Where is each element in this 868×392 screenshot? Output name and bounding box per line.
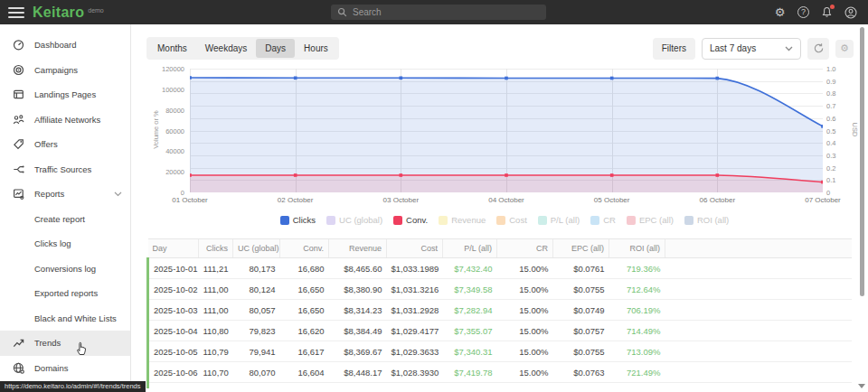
sidebar-item-traffic-sources[interactable]: Traffic Sources [0,157,130,182]
trends-icon [13,337,24,349]
account-icon[interactable] [844,5,857,19]
column-header-cr[interactable]: CR [497,239,553,258]
sidebar-item-create-report[interactable]: Create report [0,207,130,232]
cell-epc-all: $0.0755 [553,279,609,300]
notifications-bell-icon[interactable] [820,5,834,19]
legend-swatch [590,216,599,225]
legend-swatch [538,216,547,225]
x-axis-label: 01 October [154,196,226,204]
sidebar-item-clicks-log[interactable]: Clicks log [0,231,130,257]
sidebar-item-landings-pages[interactable]: Landings Pages [0,82,130,107]
search-icon [337,7,347,17]
column-header-conv[interactable]: Conv. [280,239,329,258]
chart-settings-button[interactable]: ⚙ [835,40,854,58]
legend-item-conv[interactable]: Conv. [393,215,428,225]
sidebar-item-affiliate-networks[interactable]: Affiliate Networks [0,107,130,133]
tab-weekdays[interactable]: Weekdays [196,39,257,58]
column-header-epc-all[interactable]: EPC (all) [553,239,609,258]
cell-filler [665,300,853,321]
table-row: 2025-10-01111,2180,17316,680$8,465.60$1,… [148,258,853,279]
cell-conv: 16,620 [280,321,329,341]
cell-cr: 15.00% [497,279,553,300]
sidebar-item-reports[interactable]: Reports [0,182,130,207]
cell-epc-all: $0.0755 [553,341,609,362]
cell-epc-all: $0.0755 [553,383,609,389]
sidebar-item-domains[interactable]: Domains [0,356,130,381]
column-header-revenue[interactable]: Revenue [329,239,387,258]
column-header-roi-all[interactable]: ROI (all) [609,239,665,258]
sidebar-item-dashboard[interactable]: Dashboard [0,33,130,58]
date-range-select[interactable]: Last 7 days [702,38,801,60]
legend-item-epc-all[interactable]: EPC (all) [627,215,674,225]
cell-roi-all: 713.09% [609,341,665,362]
vertical-scrollbar-thumb[interactable] [860,27,864,296]
search-box[interactable] [331,5,546,20]
x-axis-label: 05 October [576,196,648,204]
cell-uc-global: 80,124 [233,279,280,300]
filters-button[interactable]: Filters [653,38,695,60]
sidebar-item-label: Reports [34,189,64,199]
help-icon[interactable]: ? [797,5,810,19]
table-row: 2025-10-03111,0080,05716,650$8,314.23$1,… [148,300,853,321]
legend-label: EPC (all) [639,215,674,225]
legend-item-p-l-all[interactable]: P/L (all) [538,215,580,225]
left-axis-tick: 120000 [146,65,184,73]
right-axis-tick: 0.6 [826,115,850,123]
cell-conv: 16,604 [280,362,329,383]
sidebar-item-conversions-log[interactable]: Conversions log [0,257,130,282]
tab-hours[interactable]: Hours [295,39,337,58]
sidebar-item-label: Trends [34,338,61,348]
sidebar-item-black-and-white-lists[interactable]: Black and White Lists [0,306,130,331]
legend-item-cr[interactable]: CR [590,215,616,225]
right-axis-tick: 0.1 [826,176,850,184]
sidebar-item-offers[interactable]: Offers [0,132,130,157]
legend-item-revenue[interactable]: Revenue [439,215,486,225]
column-header-clicks[interactable]: Clicks [199,239,233,258]
domains-icon [13,362,24,374]
settings-icon[interactable]: ⚙ [773,5,787,19]
legend-item-cost[interactable]: Cost [496,215,527,225]
tab-days[interactable]: Days [256,39,295,58]
cell-uc-global: 80,070 [233,362,280,383]
cell-day: 2025-10-04 [148,321,199,341]
sidebar-item-campaigns[interactable]: Campaigns [0,58,130,83]
column-header-cost[interactable]: Cost [387,239,443,258]
column-header-uc-global[interactable]: UC (global) [233,239,280,258]
sidebar-item-trends[interactable]: Trends [0,331,130,356]
cell-revenue: $8,314.23 [329,300,387,321]
main-content: MonthsWeekdaysDaysHours Filters Last 7 d… [132,24,868,392]
scrollbar-down-arrow[interactable] [858,384,865,388]
hamburger-menu-icon[interactable] [8,7,24,18]
right-axis-tick: 0.4 [826,139,850,147]
column-header-day[interactable]: Day [148,239,199,258]
toolbar: MonthsWeekdaysDaysHours Filters Last 7 d… [146,37,854,60]
cell-p-l-all: $7,282.94 [443,300,497,321]
legend-item-clicks[interactable]: Clicks [280,215,316,225]
cell-revenue: $8,448.17 [329,362,387,383]
sidebar-item-exported-reports[interactable]: Exported reports [0,281,130,306]
cell-p-l-all: $7,419.78 [443,362,497,383]
cell-cr: 15.00% [497,362,553,383]
refresh-button[interactable] [807,38,829,60]
cell-day: 2025-10-03 [148,300,199,321]
sidebar-item-label: Offers [34,139,58,149]
legend-label: Clicks [293,215,316,225]
table-row: 2025-10-05110,7979,94116,617$8,369.67$1,… [148,341,853,362]
column-header-p-l-all[interactable]: P/L (all) [443,239,497,258]
legend-item-uc-global[interactable]: UC (global) [326,215,382,225]
legend-item-roi-all[interactable]: ROI (all) [684,215,729,225]
legend-label: CR [603,215,616,225]
cell-filler [665,279,853,300]
sidebar-item-label: Affiliate Networks [34,115,100,125]
table-row: 2025-10-06110,7080,07016,604$8,448.17$1,… [148,362,853,383]
keitaro-logo[interactable]: Keitaro [33,5,84,21]
search-input[interactable] [353,7,533,17]
cell-day: 2025-10-06 [148,362,199,383]
cell-day: 2025-10-02 [148,279,199,300]
x-axis-label: 02 October [259,196,332,204]
cell-roi-all: 714.49% [609,321,665,341]
offers-icon [13,138,24,150]
tab-months[interactable]: Months [148,39,196,58]
sidebar-item-label: Domains [34,363,69,373]
cell-p-l-all: $7,432.40 [443,258,497,279]
